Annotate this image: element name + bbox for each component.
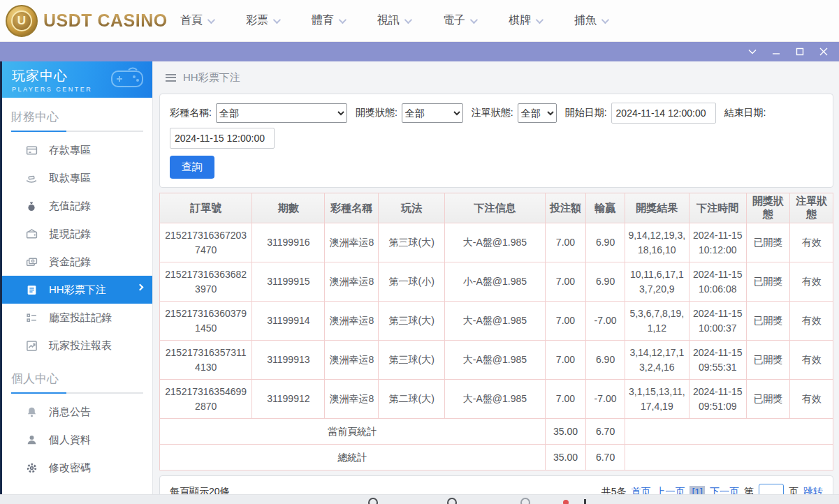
sidebar-item-password-gear[interactable]: 修改密碼 (2, 454, 152, 482)
jump-suffix-label: 页 (789, 486, 798, 494)
chevron-down-icon[interactable] (744, 45, 761, 59)
jump-action-link[interactable]: 跳转 (803, 486, 823, 494)
chevron-down-icon (273, 15, 281, 23)
footer-partial-icon (584, 499, 586, 504)
column-header: 注單狀態 (790, 193, 833, 223)
table-cell: 有效 (790, 302, 833, 341)
table-cell: 大-A盤@1.985 (445, 380, 545, 419)
summary-row: 當前頁統計35.006.70 (160, 419, 833, 445)
summary-winloss-total: 6.70 (586, 419, 625, 445)
table-cell: 2152173163573114130 (160, 341, 252, 380)
sidebar-item-room-bet-record[interactable]: 廳室投註記錄 (2, 304, 152, 332)
nav-item-1[interactable]: 首頁 (180, 13, 213, 28)
nav-item-label: 彩票 (246, 13, 268, 28)
table-cell: 31199916 (252, 223, 325, 262)
nav-item-label: 捕魚 (574, 13, 597, 28)
sidebar-item-label: 存款專區 (49, 144, 91, 157)
maximize-icon[interactable] (791, 45, 808, 59)
table-cell: 大-A盤@1.985 (445, 302, 545, 341)
start-date-input[interactable] (611, 103, 716, 124)
profile-person-icon (25, 433, 38, 446)
sidebar-item-withdraw[interactable]: 取款專區 (2, 164, 152, 192)
table-cell: 2024-11-15 09:51:09 (689, 380, 746, 419)
lottery-name-select[interactable]: 全部 (216, 103, 347, 123)
chevron-down-icon (470, 15, 478, 23)
column-header: 開獎狀態 (746, 193, 790, 223)
sidebar-item-label: 修改密碼 (49, 461, 91, 475)
column-header: 輸贏 (586, 193, 625, 223)
table-row: 215217316363682397031199915澳洲幸运8第一球(小)小-… (160, 262, 833, 302)
table-cell: 第三球(大) (379, 341, 445, 380)
end-date-input[interactable] (170, 128, 275, 149)
summary-empty-cell (625, 445, 833, 470)
table-cell: 大-A盤@1.985 (445, 223, 545, 262)
sidebar-item-player-report[interactable]: 玩家投注報表 (2, 332, 152, 360)
prev-page-link[interactable]: 上一页 (655, 486, 685, 494)
sidebar-item-lottery-bet[interactable]: HH彩票下注 (2, 276, 152, 304)
total-count-text: 共5条 (601, 486, 627, 494)
window-titlebar (0, 42, 839, 61)
nav-item-label: 棋牌 (509, 13, 531, 28)
sidebar-item-funds-record[interactable]: 資金記錄 (2, 248, 152, 276)
withdraw-icon (25, 172, 38, 184)
summary-label: 總統計 (160, 445, 546, 470)
lottery-name-label: 彩種名稱: (170, 107, 212, 119)
table-header-row: 訂單號期數彩種名稱玩法下注信息投注額輸贏開獎結果下注時間開獎狀態注單狀態 (160, 193, 833, 223)
table-cell: 澳洲幸运8 (325, 302, 379, 341)
order-status-label: 注單狀態: (472, 107, 513, 119)
top-navigation-bar: U USDT CASINO 首頁彩票體育視訊電子棋牌捕魚 (0, 0, 839, 42)
draw-status-label: 開獎狀態: (356, 107, 397, 119)
footer-red-dot-icon (563, 500, 569, 504)
table-cell: 有效 (790, 341, 833, 380)
table-cell: 5,3,6,7,8,19,1,12 (625, 302, 689, 341)
summary-bet-total: 35.00 (545, 419, 586, 445)
table-cell: 已開獎 (746, 223, 790, 262)
draw-status-select[interactable]: 全部 (402, 103, 463, 123)
column-header: 彩種名稱 (325, 193, 379, 223)
nav-item-7[interactable]: 捕魚 (574, 13, 607, 28)
table-cell: 第三球(大) (379, 223, 445, 262)
minimize-icon[interactable] (768, 45, 785, 59)
sidebar-item-withdrawal-record[interactable]: 提現記錄 (2, 220, 152, 248)
table-cell: 9,14,12,19,3,18,16,10 (625, 223, 689, 262)
recharge-record-icon (25, 200, 38, 212)
nav-item-label: 電子 (443, 13, 465, 28)
table-cell: 澳洲幸运8 (325, 341, 379, 380)
nav-item-3[interactable]: 體育 (312, 13, 344, 28)
brand-name: USDT CASINO (43, 10, 168, 31)
sidebar-item-notice-bell[interactable]: 消息公告 (2, 398, 152, 426)
hamburger-icon[interactable] (166, 74, 176, 82)
nav-item-4[interactable]: 視訊 (377, 13, 410, 28)
sidebar: 玩家中心 PLAYERS CENTER 財務中心存款專區取款專區充值記錄提現記錄… (2, 61, 153, 494)
table-row: 215217316367203747031199916澳洲幸运8第三球(大)大-… (160, 223, 833, 262)
chevron-right-icon (137, 284, 144, 291)
column-header: 下注信息 (445, 193, 545, 223)
order-status-select[interactable]: 全部 (518, 103, 557, 123)
sidebar-section-title: 代理中心 (2, 482, 152, 494)
sidebar-item-deposit[interactable]: 存款專區 (2, 136, 152, 164)
jump-page-input[interactable] (759, 484, 784, 494)
table-row: 215217316354699287031199912澳洲幸运8第二球(大)大-… (160, 380, 833, 419)
main-menu: 首頁彩票體育視訊電子棋牌捕魚 (180, 13, 607, 28)
next-page-link[interactable]: 下一页 (710, 486, 739, 494)
table-cell: 7.00 (545, 341, 586, 380)
sidebar-item-label: 廳室投註記錄 (49, 311, 112, 325)
nav-item-5[interactable]: 電子 (443, 13, 476, 28)
table-cell: 2024-11-15 10:00:37 (689, 302, 746, 341)
sidebar-item-recharge-record[interactable]: 充值記錄 (2, 192, 152, 220)
brand-logo[interactable]: U USDT CASINO (0, 5, 168, 37)
nav-item-6[interactable]: 棋牌 (509, 13, 541, 28)
player-report-icon (25, 339, 38, 352)
nav-item-2[interactable]: 彩票 (246, 13, 279, 28)
search-button[interactable]: 查詢 (170, 156, 214, 179)
gamepad-icon (109, 66, 145, 92)
close-icon[interactable] (815, 45, 832, 59)
withdrawal-record-icon (25, 228, 38, 240)
first-page-link[interactable]: 首页 (631, 486, 650, 494)
table-cell: 2024-11-15 10:12:00 (689, 223, 746, 262)
table-cell: 已開獎 (746, 341, 790, 380)
password-gear-icon (25, 461, 38, 474)
sidebar-item-profile-person[interactable]: 個人資料 (2, 426, 152, 454)
funds-record-icon (25, 255, 38, 268)
nav-item-label: 體育 (312, 13, 334, 28)
